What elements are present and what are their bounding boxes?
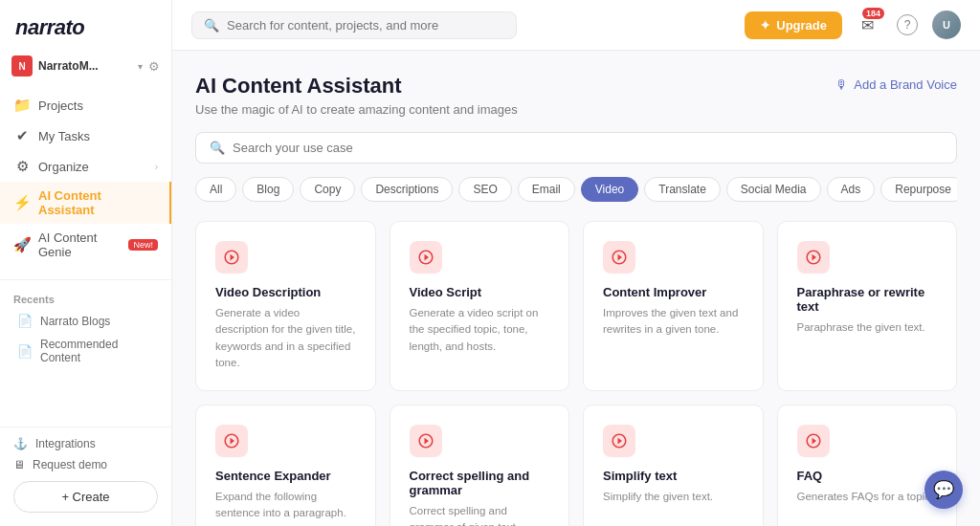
search-input[interactable] (227, 18, 504, 33)
chat-icon: 💬 (933, 479, 954, 500)
card-title-simplify-text: Simplify text (603, 469, 744, 483)
page-header: AI Content Assistant Use the magic of AI… (195, 74, 957, 117)
sidebar-item-ai-content-assistant[interactable]: ⚡ AI Content Assistant (0, 182, 171, 224)
sidebar-item-my-tasks[interactable]: ✔ My Tasks (0, 121, 171, 151)
sidebar-item-label: Projects (38, 99, 83, 113)
sidebar-item-projects[interactable]: 📁 Projects (0, 90, 171, 121)
card-desc-content-improver: Improves the given text and rewrites in … (603, 305, 744, 339)
filter-chip-translate[interactable]: Translate (644, 177, 721, 202)
brand-voice-button[interactable]: 🎙 Add a Brand Voice (835, 74, 957, 92)
card-video-description[interactable]: Video Description Generate a video descr… (195, 221, 376, 391)
filter-chip-blog[interactable]: Blog (242, 177, 294, 202)
create-button[interactable]: + Create (13, 481, 158, 513)
upgrade-button[interactable]: ✦ Upgrade (745, 11, 842, 39)
use-case-search-input[interactable] (233, 141, 943, 155)
sub-item-label: Narrato Blogs (40, 315, 110, 328)
filter-chip-ads[interactable]: Ads (827, 177, 876, 202)
card-icon-video-description (215, 241, 248, 274)
card-simplify-text[interactable]: Simplify text Simplify the given text. (583, 405, 764, 526)
main-area: 🔍 ✦ Upgrade ✉ 184 ? U AI Content Assista… (172, 0, 980, 526)
card-title-video-description: Video Description (215, 285, 356, 299)
filter-chip-seo[interactable]: SEO (458, 177, 511, 202)
page-title: AI Content Assistant (195, 74, 518, 99)
sidebar-item-ai-content-genie[interactable]: 🚀 AI Content Genie New! (0, 224, 171, 266)
card-icon-sentence-expander (215, 425, 248, 457)
lightning-icon: ⚡ (13, 194, 31, 211)
filter-chip-email[interactable]: Email (518, 177, 575, 202)
sidebar-item-label: AI Content Assistant (38, 188, 156, 217)
page-title-area: AI Content Assistant Use the magic of AI… (195, 74, 518, 117)
topbar: 🔍 ✦ Upgrade ✉ 184 ? U (172, 0, 980, 51)
card-icon-content-improver (603, 241, 635, 274)
organize-icon: ⚙ (13, 158, 31, 175)
workspace-name: NarratoM... (38, 59, 132, 73)
chevron-down-icon: ▾ (138, 61, 143, 72)
logo: narrato (15, 15, 84, 39)
filter-chip-social-media[interactable]: Social Media (726, 177, 821, 202)
blog-icon: 📄 (17, 314, 33, 328)
card-desc-correct-spelling-grammar: Correct spelling and grammar of given te… (410, 503, 550, 526)
filter-chip-all[interactable]: All (195, 177, 236, 202)
card-icon-video-script (410, 241, 442, 274)
card-title-correct-spelling-grammar: Correct spelling and grammar (410, 469, 550, 497)
global-search-box[interactable]: 🔍 (191, 11, 517, 39)
card-title-sentence-expander: Sentence Expander (215, 469, 356, 483)
card-desc-sentence-expander: Expand the following sentence into a par… (215, 489, 356, 522)
star-icon: ✦ (760, 18, 770, 33)
filter-chips: AllBlogCopyDescriptionsSEOEmailVideoTran… (195, 177, 957, 202)
request-demo-label: Request demo (33, 458, 107, 471)
monitor-icon: 🖥 (13, 458, 25, 471)
sidebar-item-organize[interactable]: ⚙ Organize › (0, 151, 171, 182)
filter-chip-repurpose[interactable]: Repurpose (880, 177, 957, 202)
card-desc-paraphrase-rewrite: Paraphrase the given text. (797, 319, 938, 336)
card-title-video-script: Video Script (410, 285, 550, 299)
mail-badge: 184 (862, 8, 884, 19)
card-desc-faq: Generates FAQs for a topic. (797, 489, 938, 505)
card-icon-faq (797, 425, 830, 457)
help-button[interactable]: ? (892, 10, 923, 40)
content-area: AI Content Assistant Use the magic of AI… (172, 51, 980, 526)
new-badge: New! (128, 239, 158, 251)
question-icon: ? (897, 14, 918, 35)
gear-icon[interactable]: ⚙ (148, 59, 160, 74)
card-icon-simplify-text (603, 425, 635, 457)
sidebar-sub-item-narrato-blogs[interactable]: 📄 Narrato Blogs (0, 309, 171, 333)
card-title-faq: FAQ (797, 469, 938, 483)
card-correct-spelling-grammar[interactable]: Correct spelling and grammar Correct spe… (390, 405, 570, 526)
cards-grid: Video Description Generate a video descr… (195, 221, 957, 526)
search-icon: 🔍 (204, 18, 219, 33)
filter-chip-descriptions[interactable]: Descriptions (361, 177, 453, 202)
chat-bubble-button[interactable]: 💬 (924, 471, 963, 509)
mail-button[interactable]: ✉ 184 (852, 10, 882, 40)
use-case-search-box[interactable]: 🔍 (195, 132, 957, 164)
card-title-content-improver: Content Improver (603, 285, 744, 299)
request-demo-link[interactable]: 🖥 Request demo (13, 458, 158, 471)
card-video-script[interactable]: Video Script Generate a video script on … (390, 221, 570, 391)
card-sentence-expander[interactable]: Sentence Expander Expand the following s… (195, 405, 376, 526)
filter-chip-video[interactable]: Video (581, 177, 638, 202)
arrow-right-icon: › (155, 162, 158, 172)
topbar-right: ✦ Upgrade ✉ 184 ? U (745, 10, 961, 40)
card-icon-paraphrase-rewrite (797, 241, 830, 274)
sidebar-sub-item-recommended-content[interactable]: 📄 Recommended Content (0, 333, 171, 369)
sidebar-divider (0, 279, 171, 280)
sub-item-label: Recommended Content (40, 338, 158, 364)
projects-icon: 📁 (13, 97, 31, 114)
card-content-improver[interactable]: Content Improver Improves the given text… (583, 221, 764, 391)
content-icon: 📄 (17, 344, 33, 359)
integrations-link[interactable]: ⚓ Integrations (13, 437, 158, 450)
workspace-selector[interactable]: N NarratoM... ▾ ⚙ (0, 50, 171, 82)
sidebar-item-label: My Tasks (38, 129, 90, 143)
workspace-avatar: N (11, 55, 33, 77)
card-faq[interactable]: FAQ Generates FAQs for a topic. (777, 405, 958, 526)
recents-label: Recents (0, 286, 171, 309)
card-desc-video-description: Generate a video description for the giv… (215, 305, 356, 371)
card-desc-video-script: Generate a video script on the specified… (410, 305, 550, 355)
logo-area: narrato (0, 0, 171, 50)
microphone-icon: 🎙 (835, 77, 848, 92)
card-title-paraphrase-rewrite: Paraphrase or rewrite text (797, 285, 938, 314)
card-paraphrase-rewrite[interactable]: Paraphrase or rewrite text Paraphrase th… (777, 221, 958, 391)
filter-chip-copy[interactable]: Copy (300, 177, 355, 202)
user-avatar[interactable]: U (932, 11, 961, 39)
sidebar-item-label: Organize (38, 160, 89, 174)
